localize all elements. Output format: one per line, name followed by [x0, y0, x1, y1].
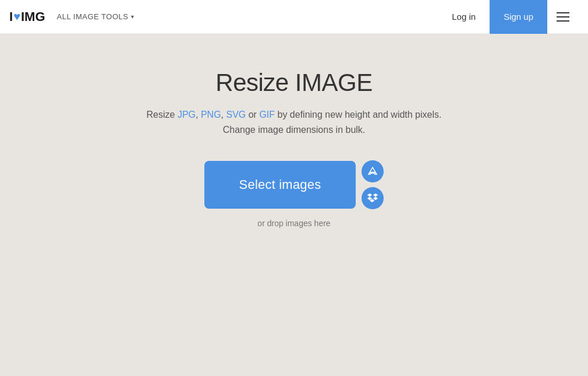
google-drive-icon	[367, 166, 378, 177]
menu-line-2	[557, 16, 569, 17]
google-drive-button[interactable]	[362, 160, 384, 182]
logo-i: I	[9, 9, 13, 24]
format-svg: SVG	[226, 110, 246, 120]
logo-heart: ♥	[13, 10, 20, 23]
chevron-down-icon: ▾	[131, 13, 134, 20]
logo[interactable]: I ♥ IMG	[9, 9, 45, 24]
subtitle: Resize JPG, PNG, SVG or GIF by defining …	[147, 107, 442, 137]
dropbox-button[interactable]	[362, 187, 384, 209]
subtitle-suffix: by defining new height and width pixels.	[275, 110, 441, 120]
format-png: PNG	[201, 110, 221, 120]
select-images-button[interactable]: Select images	[204, 161, 356, 209]
logo-img: IMG	[21, 9, 45, 24]
header: I ♥ IMG ALL IMAGE TOOLS ▾ Log in Sign up	[0, 0, 588, 34]
all-tools-label: ALL IMAGE TOOLS	[57, 12, 129, 21]
login-button[interactable]: Log in	[438, 7, 490, 26]
header-left: I ♥ IMG ALL IMAGE TOOLS ▾	[9, 9, 134, 24]
main-content: Resize IMAGE Resize JPG, PNG, SVG or GIF…	[0, 34, 588, 228]
hamburger-menu-button[interactable]	[547, 0, 579, 34]
menu-line-3	[557, 20, 569, 22]
cloud-upload-icons	[362, 160, 384, 209]
subtitle-line2: Change image dimensions in bulk.	[223, 125, 366, 135]
dropbox-icon	[367, 192, 378, 204]
format-jpg: JPG	[178, 110, 196, 120]
page-title: Resize IMAGE	[215, 69, 372, 97]
drop-text: or drop images here	[257, 219, 330, 228]
subtitle-prefix: Resize	[147, 110, 178, 120]
all-tools-button[interactable]: ALL IMAGE TOOLS ▾	[57, 12, 134, 21]
signup-button[interactable]: Sign up	[490, 0, 547, 34]
subtitle-comma1: ,	[196, 110, 201, 120]
subtitle-or: or	[246, 110, 259, 120]
menu-line-1	[557, 12, 569, 13]
format-gif: GIF	[259, 110, 275, 120]
upload-area: Select images	[204, 160, 384, 209]
header-right: Log in Sign up	[438, 0, 579, 34]
